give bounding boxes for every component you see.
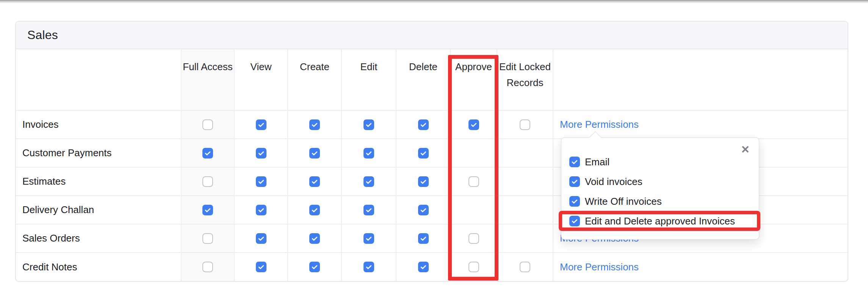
popover-item-checkbox[interactable] [569, 196, 580, 207]
create-cell [288, 224, 342, 253]
view-cell [235, 224, 288, 253]
popover-item-label: Write Off invoices [585, 196, 662, 207]
create-cell [288, 111, 342, 139]
popover-item-checkbox[interactable] [569, 176, 580, 187]
locked-checkbox[interactable] [520, 262, 530, 272]
create-checkbox[interactable] [309, 119, 320, 130]
approve-checkbox[interactable] [468, 233, 479, 244]
edit-checkbox[interactable] [363, 262, 374, 272]
approve-checkbox[interactable] [468, 119, 479, 130]
locked-cell [497, 168, 553, 196]
view-cell [235, 111, 288, 139]
full_access-checkbox[interactable] [202, 148, 213, 158]
popover-item: Write Off invoices [561, 191, 759, 211]
view-checkbox[interactable] [256, 205, 266, 215]
view-cell [235, 168, 288, 196]
full_access-cell [182, 139, 235, 168]
popover-item-checkbox[interactable] [569, 157, 580, 167]
create-cell [288, 196, 342, 224]
full_access-checkbox[interactable] [202, 205, 213, 215]
edit-checkbox[interactable] [363, 119, 374, 130]
create-cell [288, 168, 342, 196]
delete-cell [396, 139, 451, 168]
delete-checkbox[interactable] [418, 233, 429, 244]
create-checkbox[interactable] [309, 233, 320, 244]
full_access-cell [182, 111, 235, 139]
approve-cell [451, 196, 497, 224]
view-checkbox[interactable] [256, 148, 266, 158]
delete-checkbox[interactable] [418, 205, 429, 215]
view-cell [235, 196, 288, 224]
create-checkbox[interactable] [309, 176, 320, 187]
view-cell [235, 253, 288, 281]
full_access-cell [182, 253, 235, 281]
view-checkbox[interactable] [256, 119, 266, 130]
delete-cell [396, 253, 451, 281]
edit-cell [342, 111, 396, 139]
edit-cell [342, 139, 396, 168]
column-header-edit: Edit [342, 49, 396, 111]
popover-item-label: Edit and Delete approved Invoices [585, 215, 735, 227]
row-label: Customer Payments [16, 139, 182, 168]
full_access-cell [182, 168, 235, 196]
view-checkbox[interactable] [256, 233, 266, 244]
create-checkbox[interactable] [309, 205, 320, 215]
delete-checkbox[interactable] [418, 119, 429, 130]
locked-cell [497, 139, 553, 168]
view-cell [235, 139, 288, 168]
full_access-checkbox[interactable] [202, 119, 213, 130]
approve-cell [451, 224, 497, 253]
create-checkbox[interactable] [309, 262, 320, 272]
delete-checkbox[interactable] [418, 176, 429, 187]
edit-checkbox[interactable] [363, 205, 374, 215]
section-header: Sales [16, 22, 848, 49]
popover-item-label: Email [585, 156, 609, 168]
approve-cell [451, 139, 497, 168]
delete-checkbox[interactable] [418, 262, 429, 272]
locked-cell [497, 224, 553, 253]
view-checkbox[interactable] [256, 262, 266, 272]
full_access-checkbox[interactable] [202, 176, 213, 187]
delete-checkbox[interactable] [418, 148, 429, 158]
edit-checkbox[interactable] [363, 148, 374, 158]
row-label: Credit Notes [16, 253, 182, 281]
more-permissions-link[interactable]: More Permissions [560, 261, 639, 273]
delete-cell [396, 111, 451, 139]
create-checkbox[interactable] [309, 148, 320, 158]
more-permissions-link[interactable]: More Permissions [560, 119, 639, 130]
column-header-locked: Edit Locked Records [497, 49, 553, 111]
top-toolbar-shadow [0, 0, 868, 3]
column-header-approve: Approve [451, 49, 497, 111]
row-label: Sales Orders [16, 224, 182, 253]
full_access-cell [182, 224, 235, 253]
approve-cell [451, 111, 497, 139]
edit-cell [342, 224, 396, 253]
popover-item-checkbox[interactable] [569, 216, 580, 226]
approve-checkbox[interactable] [468, 262, 479, 272]
column-header-view: View [235, 49, 288, 111]
section-title: Sales [27, 28, 58, 42]
locked-checkbox[interactable] [520, 119, 530, 130]
edit-checkbox[interactable] [363, 233, 374, 244]
column-header-full_access: Full Access [182, 49, 235, 111]
approve-checkbox[interactable] [468, 176, 479, 187]
full_access-checkbox[interactable] [202, 262, 213, 272]
popover-item: Edit and Delete approved Invoices [561, 211, 759, 231]
popover-item: Email [561, 152, 759, 172]
edit-cell [342, 196, 396, 224]
edit-cell [342, 168, 396, 196]
full_access-checkbox[interactable] [202, 233, 213, 244]
approve-cell [451, 253, 497, 281]
row-label: Delivery Challan [16, 196, 182, 224]
edit-cell [342, 253, 396, 281]
delete-cell [396, 196, 451, 224]
full_access-cell [182, 196, 235, 224]
more-permissions-popover: ✕ EmailVoid invoicesWrite Off invoicesEd… [561, 137, 759, 240]
more-permissions-cell: More Permissions [553, 253, 848, 281]
locked-cell [497, 196, 553, 224]
create-cell [288, 253, 342, 281]
delete-cell [396, 224, 451, 253]
edit-checkbox[interactable] [363, 176, 374, 187]
view-checkbox[interactable] [256, 176, 266, 187]
row-label: Estimates [16, 168, 182, 196]
